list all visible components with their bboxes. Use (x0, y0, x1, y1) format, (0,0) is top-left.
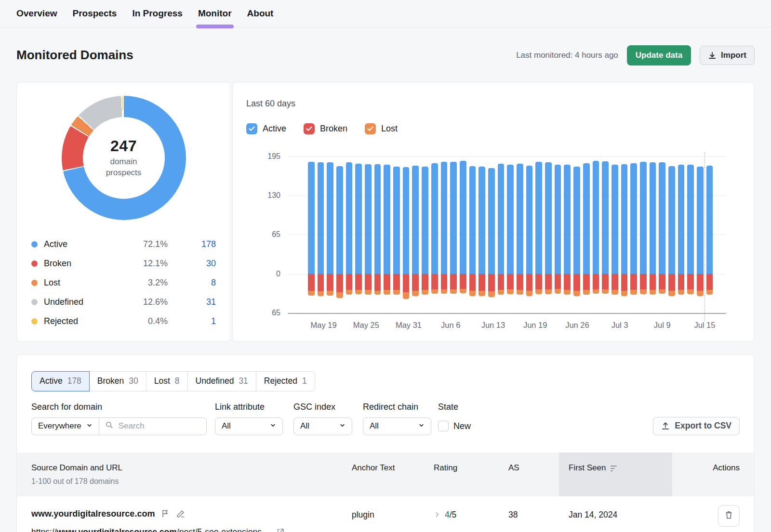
col-rating: Rating (434, 463, 508, 486)
bar-day-19 (488, 156, 495, 313)
link-attribute-select[interactable]: All (215, 417, 283, 435)
bar-day-12 (422, 156, 428, 313)
update-data-button[interactable]: Update data (627, 45, 691, 65)
import-button[interactable]: Import (700, 46, 755, 65)
broken-count-link[interactable]: 30 (168, 259, 216, 269)
x-tick: Jun 19 (523, 321, 547, 330)
rating-value[interactable]: 4/5 (445, 510, 456, 520)
legend-row-active: Active 72.1% 178 (31, 235, 216, 254)
active-pct: 72.1% (132, 239, 168, 249)
nav-item-in-progress[interactable]: In Progress (131, 0, 184, 26)
rejected-count-link[interactable]: 1 (168, 316, 216, 326)
summary-cards: 247 domain prospects Active 72.1% 178 Br… (16, 82, 755, 342)
legend-row-undefined: Undefined 12.6% 31 (31, 293, 216, 312)
x-tick: Jul 15 (694, 321, 715, 330)
delete-domain-button[interactable] (718, 505, 740, 527)
state-new-checkbox[interactable]: New (438, 417, 471, 435)
y-tick: 65 (272, 309, 280, 317)
trend-chart-card: Last 60 days Active Broken Lost (232, 82, 755, 342)
last-monitored-text: Last monitored: 4 hours ago (516, 51, 618, 60)
trend-title: Last 60 days (246, 99, 741, 109)
tab-lost[interactable]: Lost8 (146, 371, 188, 391)
first-seen-cell: Jan 14, 2024 (559, 505, 672, 532)
page-header: Monitored Domains Last monitored: 4 hour… (0, 27, 771, 82)
legend-row-lost: Lost 3.2% 8 (31, 273, 216, 293)
active-series-checkbox[interactable]: Active (246, 123, 286, 134)
bar-day-16 (460, 156, 466, 313)
x-tick: Jul 9 (654, 321, 671, 330)
x-tick: May 19 (311, 321, 337, 330)
lost-count-link[interactable]: 8 (168, 278, 216, 288)
bar-day-0 (308, 156, 315, 313)
bar-day-33 (621, 156, 628, 313)
bar-day-37 (659, 156, 665, 313)
bar-day-36 (650, 156, 656, 313)
bar-day-42 (706, 156, 713, 313)
nav-item-monitor[interactable]: Monitor (197, 0, 233, 26)
bar-day-39 (678, 156, 685, 313)
nav-item-overview[interactable]: Overview (15, 0, 58, 26)
bar-day-5 (355, 156, 362, 313)
undefined-dot-icon (31, 299, 38, 305)
flag-icon[interactable] (160, 509, 170, 519)
search-icon (105, 421, 113, 431)
stacked-bar-chart: 195 130 65 0 65 May 19 May 25 May 31 Jun… (288, 156, 726, 313)
bar-day-32 (611, 156, 618, 313)
bar-day-41 (697, 156, 704, 313)
external-link-icon[interactable] (276, 528, 285, 532)
filters-bar: Search for domain Everywhere Link attr (31, 402, 740, 435)
col-as: AS (508, 463, 559, 486)
donut-legend: Active 72.1% 178 Broken 12.1% 30 Lost 3.… (31, 235, 216, 331)
bar-day-34 (630, 156, 637, 313)
edit-icon[interactable] (176, 509, 186, 519)
page-title: Monitored Domains (16, 48, 133, 63)
tab-active[interactable]: Active178 (31, 371, 90, 391)
col-actions: Actions (672, 463, 754, 486)
bar-day-13 (431, 156, 438, 313)
bar-day-11 (412, 156, 419, 313)
bar-day-31 (602, 156, 609, 313)
status-tabs: Active178 Broken30 Lost8 Undefined31 Rej… (31, 371, 315, 391)
expand-chevron-icon[interactable] (434, 511, 440, 518)
source-domain[interactable]: www.yourdigitalresource.com (31, 509, 155, 519)
nav-item-about[interactable]: About (246, 0, 275, 26)
bar-day-29 (583, 156, 590, 313)
x-tick: Jul 3 (611, 321, 628, 330)
broken-series-checkbox[interactable]: Broken (304, 123, 347, 134)
x-tick: May 31 (396, 321, 422, 330)
tab-rejected[interactable]: Rejected1 (256, 371, 315, 391)
tab-broken[interactable]: Broken30 (89, 371, 146, 391)
nav-item-prospects[interactable]: Prospects (72, 0, 118, 26)
redirect-chain-select[interactable]: All (363, 417, 431, 435)
export-to-csv-button[interactable]: Export to CSV (653, 417, 740, 435)
donut-subtitle: domain prospects (106, 156, 142, 179)
broken-pct: 12.1% (132, 259, 168, 269)
search-scope-select[interactable]: Everywhere (32, 418, 99, 435)
chevron-down-icon (86, 421, 93, 431)
tab-undefined[interactable]: Undefined31 (187, 371, 256, 391)
checkbox-checked-icon (246, 123, 257, 134)
lost-series-checkbox[interactable]: Lost (365, 123, 398, 134)
upload-icon (661, 422, 670, 430)
bar-day-2 (327, 156, 333, 313)
bar-day-24 (535, 156, 542, 313)
bar-day-17 (469, 156, 476, 313)
top-navigation: Overview Prospects In Progress Monitor A… (0, 0, 771, 27)
authority-score-cell: 38 (508, 505, 559, 532)
col-first-seen-sort[interactable]: First Seen (559, 453, 672, 496)
active-count-link[interactable]: 178 (168, 239, 216, 249)
source-url: https://www.yourdigitalresource.com/post… (31, 527, 352, 532)
chevron-down-icon (418, 421, 425, 431)
bar-day-7 (374, 156, 381, 313)
bar-day-22 (517, 156, 523, 313)
anchor-text-cell: plugin (352, 505, 434, 532)
bar-day-3 (336, 156, 343, 313)
active-dot-icon (31, 241, 38, 247)
redirect-chain-label: Redirect chain (363, 402, 431, 412)
undefined-count-link[interactable]: 31 (168, 297, 216, 307)
bar-day-15 (450, 156, 457, 313)
gsc-index-select[interactable]: All (293, 417, 352, 435)
search-input[interactable] (118, 421, 200, 431)
legend-row-broken: Broken 12.1% 30 (31, 254, 216, 273)
table-row: www.yourdigitalresource.com https://www.… (17, 496, 754, 532)
